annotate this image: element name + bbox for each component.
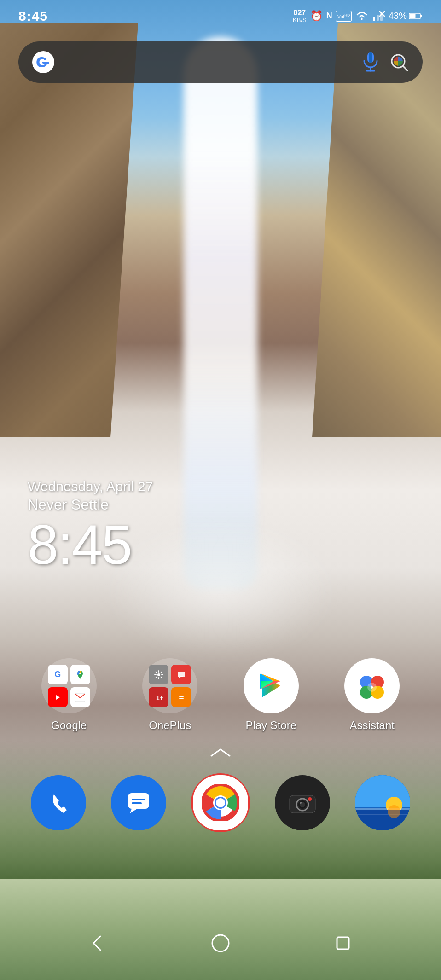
battery-icon <box>409 12 423 20</box>
svg-point-39 <box>216 798 225 807</box>
dock-item-phone[interactable] <box>31 775 86 830</box>
svg-rect-52 <box>355 812 410 812</box>
svg-rect-51 <box>355 810 410 830</box>
svg-line-17 <box>403 66 407 70</box>
mini-gmail-icon <box>70 687 90 707</box>
oneplus-label: OnePlus <box>149 719 191 732</box>
svg-rect-50 <box>355 808 410 810</box>
date-time-widget: Wednesday, April 27 Never Settle 8:45 <box>28 479 153 572</box>
cliff-right <box>312 23 441 437</box>
nav-bar <box>0 906 441 980</box>
nfc-icon: N <box>326 11 332 21</box>
oneplus-folder-icon: 1+ <box>142 658 197 713</box>
chrome-selection-border <box>191 773 250 832</box>
widget-time: 8:45 <box>28 517 153 572</box>
mini-settings-icon <box>149 665 168 684</box>
data-speed-indicator: 027 KB/S <box>293 9 307 23</box>
assistant-label: Assistant <box>350 719 395 732</box>
drawer-hint[interactable] <box>207 746 234 760</box>
svg-rect-54 <box>355 817 410 817</box>
playstore-label: Play Store <box>245 719 296 732</box>
svg-rect-13 <box>369 52 372 63</box>
mini-youtube-icon <box>48 687 68 707</box>
svg-rect-0 <box>373 17 375 21</box>
svg-rect-26 <box>179 698 184 699</box>
alarm-icon: ⏰ <box>310 10 323 22</box>
drawer-chevron-icon <box>207 746 234 760</box>
horizon-icon <box>355 775 410 830</box>
waterfall <box>184 37 257 589</box>
signal-x-icon <box>372 11 385 22</box>
svg-rect-1 <box>377 15 379 21</box>
search-bar[interactable]: G G <box>18 41 423 83</box>
lens-search-button[interactable] <box>389 52 410 73</box>
dock-item-chrome[interactable] <box>191 773 250 832</box>
nav-back-button[interactable] <box>82 927 114 959</box>
playstore-icon <box>244 658 299 713</box>
app-item-assistant[interactable]: Assistant <box>344 658 400 732</box>
cliff-left <box>0 23 138 437</box>
chrome-icon <box>193 775 248 830</box>
app-item-google[interactable]: G <box>41 658 97 732</box>
dock-item-messages[interactable] <box>111 775 166 830</box>
widget-tagline: Never Settle <box>28 496 153 513</box>
svg-point-44 <box>308 797 312 801</box>
google-folder-icon: G <box>41 658 97 713</box>
svg-rect-32 <box>128 793 149 809</box>
mini-oneplus-icon: 1+ <box>149 687 168 707</box>
assistant-icon <box>344 658 400 713</box>
svg-rect-57 <box>337 937 349 949</box>
svg-point-21 <box>157 673 160 676</box>
svg-point-45 <box>300 802 302 804</box>
svg-point-31 <box>367 683 377 692</box>
messages-icon <box>111 775 166 830</box>
svg-point-24 <box>178 694 185 701</box>
google-logo: G G <box>31 50 55 74</box>
battery-indicator: 43% <box>389 11 423 21</box>
status-icons: 027 KB/S ⏰ N Volᴴᴰ 43% <box>293 9 423 23</box>
svg-point-55 <box>388 805 400 818</box>
widget-date: Wednesday, April 27 <box>28 479 153 494</box>
status-bar: 8:45 027 KB/S ⏰ N Volᴴᴰ 43% <box>0 0 441 32</box>
nav-home-button[interactable] <box>204 927 237 959</box>
mini-messages-icon <box>171 665 191 684</box>
app-row: G <box>0 658 441 732</box>
svg-rect-34 <box>132 802 142 804</box>
mini-maps-icon <box>70 665 90 684</box>
svg-rect-53 <box>355 814 410 815</box>
svg-point-56 <box>212 935 229 951</box>
svg-rect-7 <box>420 15 422 17</box>
dock-item-camera[interactable] <box>275 775 330 830</box>
google-label: Google <box>51 719 87 732</box>
svg-rect-33 <box>132 799 145 800</box>
bottom-dock <box>0 773 441 832</box>
dock-item-horizon[interactable] <box>355 775 410 830</box>
volte-icon: Volᴴᴰ <box>336 11 352 21</box>
svg-text:1+: 1+ <box>156 694 163 702</box>
app-item-playstore[interactable]: Play Store <box>244 658 299 732</box>
mini-shelf-icon <box>171 687 191 707</box>
voice-search-button[interactable] <box>360 52 381 73</box>
phone-icon <box>31 775 86 830</box>
nav-recents-button[interactable] <box>327 927 359 959</box>
svg-rect-6 <box>410 14 416 18</box>
app-item-oneplus[interactable]: 1+ OnePlus <box>142 658 197 732</box>
mini-google-icon: G <box>48 665 68 684</box>
status-time: 8:45 <box>18 8 48 24</box>
camera-icon <box>275 775 330 830</box>
svg-rect-11 <box>43 62 49 64</box>
svg-rect-25 <box>179 696 184 697</box>
wifi-icon <box>355 11 368 21</box>
